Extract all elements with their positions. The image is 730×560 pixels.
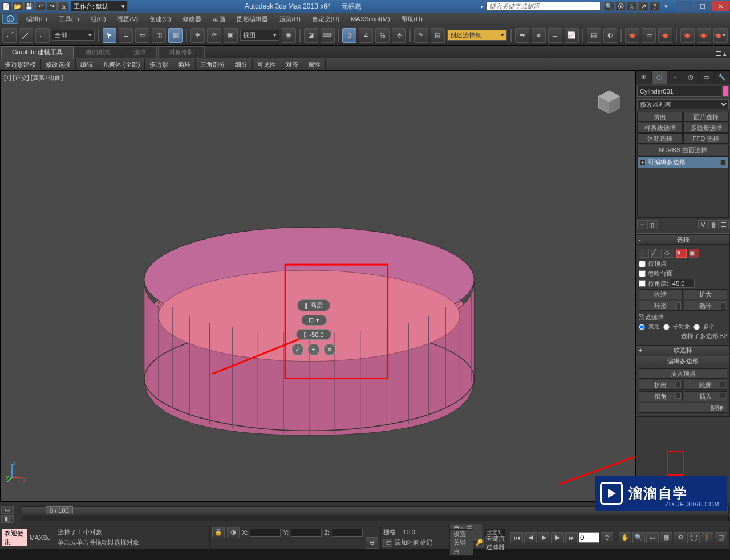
btn-bevel[interactable]: 倒角 (639, 391, 683, 401)
object-name-field[interactable] (637, 86, 721, 97)
qat-new-icon[interactable]: 📄 (1, 2, 11, 11)
render-prod-icon[interactable]: 🫖▾ (713, 28, 728, 43)
key-icon[interactable]: 🔑 (476, 539, 484, 547)
render-iter-icon[interactable]: 🫖 (697, 28, 711, 43)
add-time-tag[interactable]: 添加时间标记 (395, 538, 432, 547)
stack-config-icon[interactable]: ☰ (719, 220, 729, 229)
mirror-icon[interactable]: ⇋ (515, 28, 529, 43)
set-key-button[interactable]: 设置关键点 (449, 529, 473, 556)
selection-filter[interactable]: 全部▾ (52, 30, 95, 41)
render-frame-icon[interactable]: ▭ (642, 28, 656, 43)
manip-icon[interactable]: ◪ (304, 28, 318, 43)
render-icon[interactable]: 🫖 (658, 28, 672, 43)
coord-z[interactable] (332, 529, 363, 537)
inset-settings-icon[interactable] (720, 393, 725, 399)
stack-unique-icon[interactable]: ∀ (698, 220, 708, 229)
tc-gotostart-icon[interactable]: ⏮ (510, 532, 523, 543)
menu-animation[interactable]: 动画 (207, 13, 231, 25)
select-rect-icon[interactable]: ▭ (135, 28, 149, 43)
mb-polysel[interactable]: 多边形选择 (683, 123, 729, 133)
menu-help[interactable]: 帮助(H) (396, 13, 428, 25)
menu-tools[interactable]: 工具(T) (53, 13, 85, 25)
rg-subdiv[interactable]: 细分 (230, 59, 253, 70)
bind-icon[interactable] (35, 28, 50, 43)
so-edge-icon[interactable]: ╱ (651, 249, 662, 258)
caddy-cancel-icon[interactable]: ✕ (323, 343, 336, 356)
mini-listener-icon[interactable]: ▭ (1, 506, 14, 514)
stack-show-icon[interactable]: ▯ (647, 220, 658, 229)
radio-disable[interactable] (639, 324, 645, 330)
nsel-set-icon[interactable]: ✎ (414, 28, 428, 43)
nav-orbit-icon[interactable]: ⟲ (674, 532, 686, 543)
iso-sel-icon[interactable]: ◑ (227, 527, 240, 538)
snap-3d-icon[interactable]: 3 (342, 28, 356, 43)
caddy-ok-icon[interactable]: ✓ (291, 343, 304, 356)
btn-inset[interactable]: 插入 (684, 391, 728, 401)
tag-icon[interactable]: 🏷 (383, 539, 392, 547)
menu-modifiers[interactable]: 修改器 (177, 13, 207, 25)
close-button[interactable]: ✕ (712, 1, 729, 11)
link-icon[interactable] (2, 28, 17, 43)
qat-link-icon[interactable]: ⇲ (58, 2, 68, 11)
bevel-settings-icon[interactable] (675, 393, 681, 399)
rg-modsel[interactable]: 修改选择 (41, 59, 76, 70)
btn-insertvert[interactable]: 插入顶点 (639, 368, 727, 379)
app-menu-icon[interactable]: G (2, 14, 18, 24)
qat-save-icon[interactable]: 💾 (24, 2, 34, 11)
rg-polymodel[interactable]: 多边形建模 (0, 59, 41, 70)
outline-settings-icon[interactable] (720, 382, 725, 387)
chk-ignoreback[interactable]: 忽略背面 (639, 269, 727, 278)
time-slider-handle[interactable]: 0 / 100 (46, 506, 73, 514)
tc-next-icon[interactable]: ▶ (551, 532, 564, 543)
infocenter-arrow-icon[interactable]: ▸ (481, 3, 484, 10)
menu-group[interactable]: 组(G) (85, 13, 112, 25)
coord-y[interactable] (291, 529, 322, 537)
ic-sub-icon[interactable]: 🛈 (615, 2, 626, 11)
nav-min-icon[interactable]: ◲ (715, 532, 727, 543)
qat-redo-icon[interactable]: ↷ (47, 2, 57, 11)
btn-outline[interactable]: 轮廓 (684, 380, 728, 390)
rg-props[interactable]: 属性 (303, 59, 326, 70)
rg-align[interactable]: 对齐 (281, 59, 303, 70)
menu-maxscript[interactable]: MAXScript(M) (345, 13, 395, 25)
modifier-stack[interactable]: + 可编辑多边形 (637, 156, 729, 218)
ic-help-icon[interactable]: ? (650, 2, 660, 11)
mb-splinesel[interactable]: 样条线选择 (637, 123, 683, 133)
tc-prev-icon[interactable]: ◀ (524, 532, 537, 543)
ref-coord[interactable]: 视图▾ (240, 30, 279, 41)
tab-freeform[interactable]: 自由形式 (75, 46, 121, 58)
menu-grapheditors[interactable]: 图形编辑器 (231, 13, 274, 25)
select-name-icon[interactable]: ☰ (119, 28, 133, 43)
stack-show-toggle[interactable] (720, 160, 726, 165)
rollout-softsel[interactable]: +软选择 (636, 345, 730, 355)
rg-edit[interactable]: 编辑 (76, 59, 98, 70)
cp-display-icon[interactable]: ▭ (699, 71, 715, 84)
menu-edit[interactable]: 编辑(E) (21, 13, 53, 25)
tab-selection[interactable]: 选择 (123, 46, 157, 58)
unlink-icon[interactable] (19, 28, 33, 43)
chk-byangle[interactable] (639, 280, 646, 287)
menu-views[interactable]: 视图(V) (112, 13, 144, 25)
btn-shrink[interactable]: 收缩 (639, 289, 683, 299)
ic-comm-icon[interactable]: ☆ (627, 2, 637, 11)
menu-rendering[interactable]: 渲染(R) (274, 13, 306, 25)
rollout-editpoly[interactable]: -编辑多边形 (636, 356, 730, 366)
modifier-list[interactable]: 修改器列表 (637, 99, 729, 109)
nav-maximize-icon[interactable]: ⛶ (687, 532, 700, 543)
cp-modify-icon[interactable] (652, 71, 668, 84)
rg-geomall[interactable]: 几何体 (全部) (98, 59, 145, 70)
stack-remove-icon[interactable]: 🗑 (708, 220, 719, 229)
btn-flip[interactable]: 翻转 (639, 403, 727, 413)
align-icon[interactable]: ≡ (532, 28, 546, 43)
cp-hierarchy-icon[interactable]: ⑃ (667, 71, 683, 84)
qat-open-icon[interactable]: 📂 (13, 2, 23, 11)
key-filters[interactable]: 关键点过滤器 (486, 534, 505, 551)
so-border-icon[interactable]: ◇ (664, 249, 674, 258)
rg-tris[interactable]: 三角剖分 (196, 59, 230, 70)
tab-graphite[interactable]: Graphite 建模工具 (1, 46, 74, 58)
chk-byvertex[interactable]: 按顶点 (639, 259, 727, 268)
trackbar-toggle-icon[interactable]: ◧ (1, 515, 14, 523)
mb-extrude[interactable]: 挤出 (637, 112, 683, 122)
btn-ring[interactable]: 环形 (639, 301, 683, 311)
current-frame[interactable] (579, 532, 599, 543)
